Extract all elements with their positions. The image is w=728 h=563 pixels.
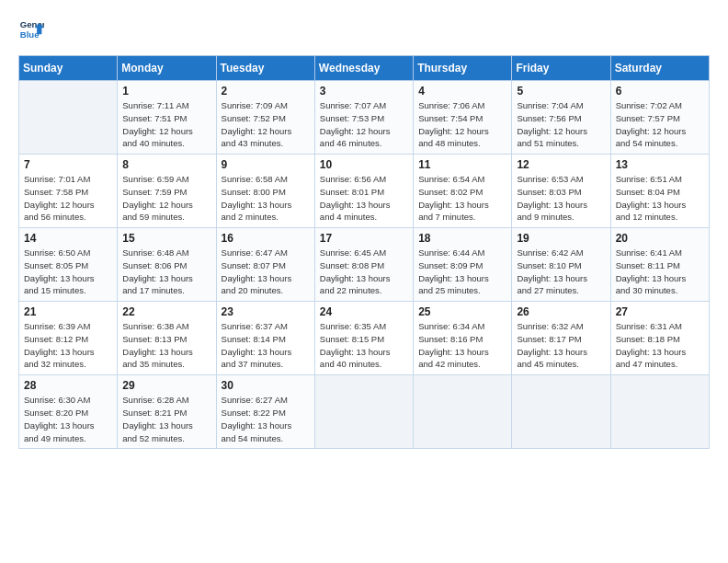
day-info: Sunrise: 6:34 AM Sunset: 8:16 PM Dayligh… [418, 320, 506, 371]
day-number: 2 [222, 85, 310, 98]
day-info: Sunrise: 6:56 AM Sunset: 8:01 PM Dayligh… [320, 173, 408, 224]
day-info: Sunrise: 6:38 AM Sunset: 8:13 PM Dayligh… [122, 320, 210, 371]
day-number: 15 [122, 232, 210, 245]
calendar-cell: 9Sunrise: 6:58 AM Sunset: 8:00 PM Daylig… [216, 155, 314, 228]
day-number: 24 [320, 305, 408, 318]
calendar-col-thursday: Thursday [414, 56, 512, 81]
calendar-cell: 15Sunrise: 6:48 AM Sunset: 8:06 PM Dayli… [118, 228, 216, 302]
day-number: 28 [24, 379, 112, 392]
calendar-cell: 24Sunrise: 6:35 AM Sunset: 8:15 PM Dayli… [314, 302, 413, 375]
calendar-cell: 10Sunrise: 6:56 AM Sunset: 8:01 PM Dayli… [314, 155, 413, 228]
day-number: 4 [418, 85, 506, 98]
calendar-week-row: 7Sunrise: 7:01 AM Sunset: 7:58 PM Daylig… [19, 155, 710, 228]
calendar-cell: 13Sunrise: 6:51 AM Sunset: 8:04 PM Dayli… [610, 155, 709, 228]
calendar-col-sunday: Sunday [19, 56, 118, 81]
calendar-cell: 1Sunrise: 7:11 AM Sunset: 7:51 PM Daylig… [118, 81, 216, 155]
day-info: Sunrise: 7:11 AM Sunset: 7:51 PM Dayligh… [122, 99, 210, 150]
calendar-cell: 25Sunrise: 6:34 AM Sunset: 8:16 PM Dayli… [414, 302, 512, 375]
header: General Blue [18, 17, 710, 42]
day-number: 19 [517, 232, 605, 245]
calendar-week-row: 21Sunrise: 6:39 AM Sunset: 8:12 PM Dayli… [19, 302, 710, 375]
day-number: 17 [320, 232, 408, 245]
calendar-cell: 21Sunrise: 6:39 AM Sunset: 8:12 PM Dayli… [19, 302, 118, 375]
day-number: 22 [122, 305, 210, 318]
day-number: 10 [320, 158, 408, 171]
day-info: Sunrise: 7:04 AM Sunset: 7:56 PM Dayligh… [517, 99, 605, 150]
calendar-cell: 17Sunrise: 6:45 AM Sunset: 8:08 PM Dayli… [314, 228, 413, 302]
calendar-cell [19, 81, 118, 155]
calendar-cell: 26Sunrise: 6:32 AM Sunset: 8:17 PM Dayli… [512, 302, 610, 375]
day-info: Sunrise: 6:32 AM Sunset: 8:17 PM Dayligh… [517, 320, 605, 371]
day-number: 21 [24, 305, 112, 318]
day-info: Sunrise: 6:50 AM Sunset: 8:05 PM Dayligh… [24, 247, 112, 297]
calendar-col-saturday: Saturday [610, 56, 709, 81]
calendar-cell: 23Sunrise: 6:37 AM Sunset: 8:14 PM Dayli… [216, 302, 314, 375]
day-number: 18 [418, 232, 506, 245]
day-number: 23 [222, 305, 310, 318]
day-number: 27 [616, 305, 704, 318]
calendar-cell: 28Sunrise: 6:30 AM Sunset: 8:20 PM Dayli… [19, 375, 118, 449]
day-info: Sunrise: 6:58 AM Sunset: 8:00 PM Dayligh… [222, 173, 310, 224]
calendar-cell: 29Sunrise: 6:28 AM Sunset: 8:21 PM Dayli… [118, 375, 216, 449]
calendar-cell: 19Sunrise: 6:42 AM Sunset: 8:10 PM Dayli… [512, 228, 610, 302]
logo: General Blue [18, 17, 44, 42]
svg-text:Blue: Blue [20, 29, 40, 40]
day-number: 6 [616, 85, 704, 98]
day-info: Sunrise: 6:42 AM Sunset: 8:10 PM Dayligh… [517, 247, 605, 297]
calendar-cell: 18Sunrise: 6:44 AM Sunset: 8:09 PM Dayli… [414, 228, 512, 302]
calendar-cell: 22Sunrise: 6:38 AM Sunset: 8:13 PM Dayli… [118, 302, 216, 375]
calendar-col-friday: Friday [512, 56, 610, 81]
day-info: Sunrise: 6:27 AM Sunset: 8:22 PM Dayligh… [222, 394, 310, 444]
calendar-cell [314, 375, 413, 449]
calendar-cell: 6Sunrise: 7:02 AM Sunset: 7:57 PM Daylig… [610, 81, 709, 155]
day-number: 25 [418, 305, 506, 318]
calendar-cell: 14Sunrise: 6:50 AM Sunset: 8:05 PM Dayli… [19, 228, 118, 302]
day-number: 16 [222, 232, 310, 245]
calendar-cell: 30Sunrise: 6:27 AM Sunset: 8:22 PM Dayli… [216, 375, 314, 449]
day-info: Sunrise: 7:01 AM Sunset: 7:58 PM Dayligh… [24, 173, 112, 224]
calendar-cell: 7Sunrise: 7:01 AM Sunset: 7:58 PM Daylig… [19, 155, 118, 228]
day-number: 20 [616, 232, 704, 245]
day-info: Sunrise: 6:28 AM Sunset: 8:21 PM Dayligh… [122, 394, 210, 444]
calendar-col-wednesday: Wednesday [314, 56, 413, 81]
day-number: 11 [418, 158, 506, 171]
day-info: Sunrise: 6:45 AM Sunset: 8:08 PM Dayligh… [320, 247, 408, 297]
day-number: 5 [517, 85, 605, 98]
calendar-cell: 8Sunrise: 6:59 AM Sunset: 7:59 PM Daylig… [118, 155, 216, 228]
day-info: Sunrise: 7:06 AM Sunset: 7:54 PM Dayligh… [418, 99, 506, 150]
day-number: 7 [24, 158, 112, 171]
day-number: 29 [122, 379, 210, 392]
day-number: 3 [320, 85, 408, 98]
day-info: Sunrise: 7:09 AM Sunset: 7:52 PM Dayligh… [222, 99, 310, 150]
calendar-cell: 20Sunrise: 6:41 AM Sunset: 8:11 PM Dayli… [610, 228, 709, 302]
day-number: 26 [517, 305, 605, 318]
day-info: Sunrise: 6:41 AM Sunset: 8:11 PM Dayligh… [616, 247, 704, 297]
day-number: 9 [222, 158, 310, 171]
day-info: Sunrise: 6:53 AM Sunset: 8:03 PM Dayligh… [517, 173, 605, 224]
day-number: 12 [517, 158, 605, 171]
day-info: Sunrise: 6:31 AM Sunset: 8:18 PM Dayligh… [616, 320, 704, 371]
logo-icon: General Blue [18, 17, 44, 42]
day-number: 13 [616, 158, 704, 171]
day-number: 30 [222, 379, 310, 392]
day-info: Sunrise: 6:48 AM Sunset: 8:06 PM Dayligh… [122, 247, 210, 297]
day-info: Sunrise: 6:39 AM Sunset: 8:12 PM Dayligh… [24, 320, 112, 371]
day-info: Sunrise: 6:59 AM Sunset: 7:59 PM Dayligh… [122, 173, 210, 224]
day-info: Sunrise: 6:37 AM Sunset: 8:14 PM Dayligh… [222, 320, 310, 371]
day-info: Sunrise: 6:30 AM Sunset: 8:20 PM Dayligh… [24, 394, 112, 444]
calendar: SundayMondayTuesdayWednesdayThursdayFrid… [18, 55, 710, 449]
day-number: 8 [122, 158, 210, 171]
calendar-week-row: 28Sunrise: 6:30 AM Sunset: 8:20 PM Dayli… [19, 375, 710, 449]
calendar-col-monday: Monday [118, 56, 216, 81]
day-info: Sunrise: 6:51 AM Sunset: 8:04 PM Dayligh… [616, 173, 704, 224]
calendar-cell: 5Sunrise: 7:04 AM Sunset: 7:56 PM Daylig… [512, 81, 610, 155]
calendar-week-row: 14Sunrise: 6:50 AM Sunset: 8:05 PM Dayli… [19, 228, 710, 302]
day-number: 14 [24, 232, 112, 245]
calendar-cell: 3Sunrise: 7:07 AM Sunset: 7:53 PM Daylig… [314, 81, 413, 155]
calendar-cell: 16Sunrise: 6:47 AM Sunset: 8:07 PM Dayli… [216, 228, 314, 302]
calendar-col-tuesday: Tuesday [216, 56, 314, 81]
calendar-week-row: 1Sunrise: 7:11 AM Sunset: 7:51 PM Daylig… [19, 81, 710, 155]
calendar-cell [512, 375, 610, 449]
day-info: Sunrise: 6:44 AM Sunset: 8:09 PM Dayligh… [418, 247, 506, 297]
calendar-header-row: SundayMondayTuesdayWednesdayThursdayFrid… [19, 56, 710, 81]
